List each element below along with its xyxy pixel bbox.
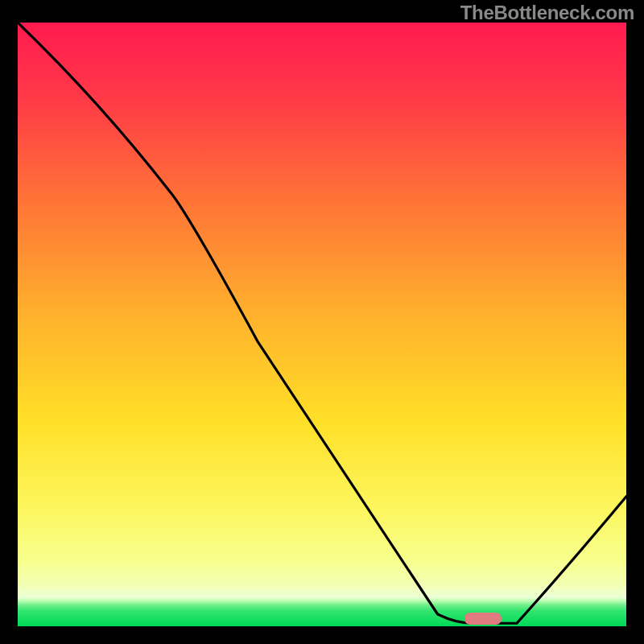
watermark-text: TheBottleneck.com (460, 2, 634, 24)
chart-root: TheBottleneck.com (0, 0, 644, 644)
plot-area (18, 23, 626, 626)
optimal-marker (464, 613, 502, 625)
bottleneck-curve (18, 23, 626, 626)
